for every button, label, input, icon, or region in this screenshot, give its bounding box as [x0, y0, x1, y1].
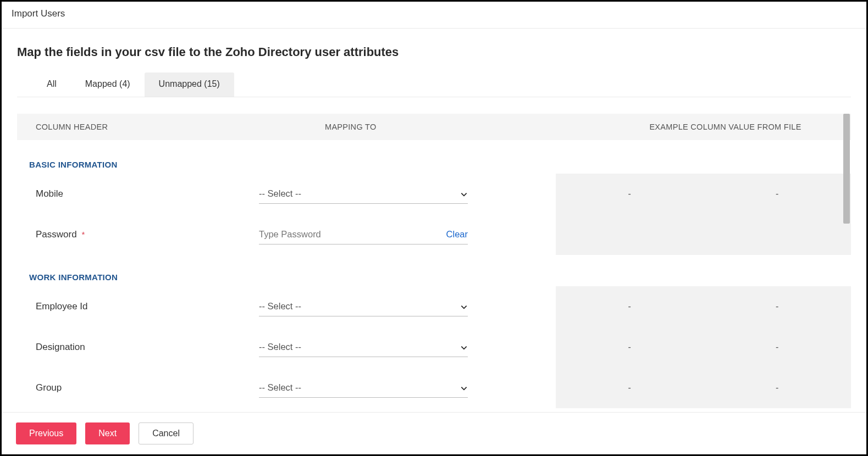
next-button[interactable]: Next [85, 422, 130, 444]
header-mapping-to: MAPPING TO [259, 123, 567, 131]
window-title: Import Users [12, 8, 65, 19]
label-mobile: Mobile [17, 188, 259, 199]
select-mobile-value: -- Select -- [259, 188, 301, 199]
tab-mapped[interactable]: Mapped (4) [71, 73, 145, 97]
input-password[interactable] [259, 225, 468, 244]
select-mobile[interactable]: -- Select -- [259, 184, 468, 204]
row-mobile: Mobile -- Select -- - - [17, 174, 851, 214]
select-group-value: -- Select -- [259, 382, 301, 393]
title-bar: Import Users [2, 2, 866, 29]
select-designation-value: -- Select -- [259, 342, 301, 352]
footer: Previous Next Cancel [2, 412, 866, 454]
select-designation[interactable]: -- Select -- [259, 337, 468, 357]
select-group[interactable]: -- Select -- [259, 378, 468, 398]
select-employee-id-value: -- Select -- [259, 301, 301, 312]
example-group: - - [556, 368, 851, 408]
tab-unmapped[interactable]: Unmapped (15) [145, 73, 234, 97]
table-header: COLUMN HEADER MAPPING TO EXAMPLE COLUMN … [17, 114, 851, 140]
example-designation: - - [556, 327, 851, 368]
row-group: Group -- Select -- - - [17, 368, 851, 408]
chevron-down-icon [460, 303, 468, 310]
label-password: Password * [17, 229, 259, 240]
required-asterisk: * [81, 230, 85, 239]
clear-password-link[interactable]: Clear [446, 229, 468, 240]
scrollbar[interactable] [843, 114, 850, 224]
row-password: Password * Clear [17, 214, 851, 255]
example-employee-id: - - [556, 286, 851, 327]
chevron-down-icon [460, 384, 468, 392]
tabs: All Mapped (4) Unmapped (15) [17, 73, 851, 97]
label-group: Group [17, 382, 259, 393]
header-example: EXAMPLE COLUMN VALUE FROM FILE [567, 123, 851, 131]
chevron-down-icon [460, 190, 468, 198]
previous-button[interactable]: Previous [16, 422, 76, 444]
section-basic-title: BASIC INFORMATION [17, 142, 851, 174]
cancel-button[interactable]: Cancel [139, 422, 193, 444]
example-mobile: - - [556, 174, 851, 214]
section-work-title: WORK INFORMATION [17, 255, 851, 286]
header-column-header: COLUMN HEADER [17, 123, 259, 131]
chevron-down-icon [460, 343, 468, 351]
mapping-scroll[interactable]: BASIC INFORMATION Mobile -- Select -- - [17, 142, 851, 412]
label-employee-id: Employee Id [17, 301, 259, 312]
label-designation: Designation [17, 342, 259, 353]
select-employee-id[interactable]: -- Select -- [259, 297, 468, 316]
row-employee-id: Employee Id -- Select -- - - [17, 286, 851, 327]
tab-all[interactable]: All [32, 73, 71, 97]
row-designation: Designation -- Select -- - - [17, 327, 851, 368]
example-password [556, 214, 851, 255]
instruction-text: Map the fields in your csv file to the Z… [17, 45, 851, 59]
